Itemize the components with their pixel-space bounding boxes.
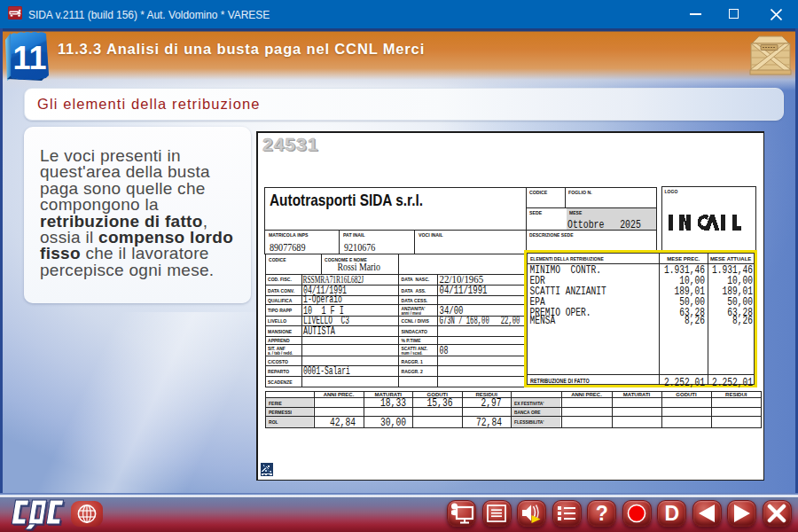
svg-text:ANZIANITA': ANZIANITA': [402, 305, 426, 310]
svg-text:2,97: 2,97: [481, 396, 502, 409]
svg-text:MESE: MESE: [569, 209, 583, 215]
svg-text:ROL: ROL: [269, 419, 278, 425]
svg-text:APPREND: APPREND: [268, 338, 290, 343]
svg-text:2.252,01: 2.252,01: [712, 376, 753, 388]
svg-text:C/COSTO: C/COSTO: [268, 358, 288, 364]
svg-text:ELEMENTI DELLA RETRIBUZIONE: ELEMENTI DELLA RETRIBUZIONE: [530, 255, 604, 261]
svg-text:PERMESSI: PERMESSI: [269, 409, 292, 414]
svg-text:11: 11: [12, 40, 46, 76]
svg-text:24531: 24531: [262, 134, 318, 154]
svg-text:72,84: 72,84: [476, 415, 502, 428]
svg-text:04/11/1991: 04/11/1991: [440, 285, 488, 297]
svg-text:MESE ATTUALE: MESE ATTUALE: [710, 256, 751, 262]
svg-text:FERIE: FERIE: [269, 400, 282, 405]
svg-text:8,26: 8,26: [685, 314, 705, 326]
svg-text:DATA NASC.: DATA NASC.: [402, 277, 430, 282]
svg-text:CODICE: CODICE: [529, 190, 547, 195]
svg-text:MESE PREC.: MESE PREC.: [667, 256, 700, 262]
svg-text:ANNI PREC.: ANNI PREC.: [571, 392, 602, 397]
svg-text:15,36: 15,36: [427, 395, 453, 409]
svg-text:REPARTO: REPARTO: [268, 369, 290, 374]
svg-text:Rossi Mario: Rossi Mario: [338, 260, 381, 271]
svg-text:a. / tab / redd.: a. / tab / redd.: [268, 351, 293, 356]
svg-text:ANNI PREC.: ANNI PREC.: [324, 392, 355, 397]
svg-text:PAT INAIL: PAT INAIL: [343, 232, 365, 238]
svg-text:SCATTI ANZ.: SCATTI ANZ.: [402, 345, 428, 350]
svg-text:42,84: 42,84: [330, 415, 356, 428]
svg-text:AUTISTA: AUTISTA: [303, 325, 336, 337]
svg-text:RETRIBUZIONE DI FATTO: RETRIBUZIONE DI FATTO: [530, 379, 590, 384]
svg-text:VOCI INAIL: VOCI INAIL: [419, 232, 443, 238]
svg-text:FLESSIBILITA': FLESSIBILITA': [514, 419, 544, 425]
svg-text:RAGGR. 2: RAGGR. 2: [402, 369, 423, 374]
svg-text:0001-Salari: 0001-Salari: [303, 366, 350, 378]
svg-text:MENSA: MENSA: [530, 314, 556, 326]
svg-text:TIPO RAPP: TIPO RAPP: [268, 308, 292, 313]
svg-text:08: 08: [440, 345, 449, 357]
svg-text:DATA ASS.: DATA ASS.: [402, 287, 426, 293]
svg-text:22/10/1965: 22/10/1965: [440, 274, 484, 285]
svg-text:G73N / 168,00 22,00: G73N / 168,00 22,00: [440, 316, 520, 327]
svg-text:MATRICOLA INPS: MATRICOLA INPS: [269, 232, 309, 238]
svg-text:Ottobre 2025: Ottobre 2025: [567, 217, 641, 231]
svg-text:% P.TIME: % P.TIME: [402, 338, 421, 343]
svg-text:DATA CONV.: DATA CONV.: [268, 287, 295, 293]
svg-text:9210676: 9210676: [344, 241, 376, 253]
svg-text:1-Operaio: 1-Operaio: [303, 293, 342, 305]
svg-text:MATURATI: MATURATI: [623, 392, 651, 397]
svg-text:RAGGR. 1: RAGGR. 1: [402, 358, 423, 364]
svg-text:EX FESTIVITA': EX FESTIVITA': [514, 400, 544, 405]
svg-text:FOGLIO N.: FOGLIO N.: [568, 190, 592, 195]
svg-text:SCADENZE: SCADENZE: [268, 379, 293, 385]
svg-text:BANCA ORE: BANCA ORE: [514, 409, 541, 414]
svg-text:MANSIONE: MANSIONE: [268, 328, 292, 333]
svg-text:SINDACATO: SINDACATO: [402, 328, 428, 333]
svg-text:DESCRIZIONE SEDE: DESCRIZIONE SEDE: [529, 231, 574, 237]
svg-text:SIT. ANF: SIT. ANF: [268, 345, 286, 350]
svg-text:30,00: 30,00: [380, 415, 406, 428]
svg-text:SEDE: SEDE: [529, 209, 542, 215]
svg-text:num / scad.: num / scad.: [402, 351, 423, 356]
svg-text:DATA CESS.: DATA CESS.: [402, 297, 428, 302]
svg-text:Autotrasporti SIDA s.r.l.: Autotrasporti SIDA s.r.l.: [270, 192, 423, 208]
svg-text:RESIDUI: RESIDUI: [725, 392, 747, 397]
svg-text:2.252,01: 2.252,01: [664, 376, 705, 388]
svg-text:18,33: 18,33: [380, 395, 406, 409]
svg-text:QUALIFICA: QUALIFICA: [268, 297, 292, 302]
svg-text:89077689: 89077689: [270, 241, 305, 253]
svg-text:anni / mesi: anni / mesi: [402, 311, 422, 316]
svg-text:LIVELLO: LIVELLO: [268, 318, 287, 324]
svg-text:RSSMRA71R16L682J: RSSMRA71R16L682J: [303, 273, 364, 285]
svg-text:COD. FISC.: COD. FISC.: [268, 277, 292, 282]
svg-text:CODICE: CODICE: [269, 256, 286, 262]
svg-text:LOGO: LOGO: [665, 188, 678, 193]
svg-text:CCNL / DIVIS: CCNL / DIVIS: [402, 318, 430, 324]
svg-text:8,26: 8,26: [732, 314, 753, 326]
svg-text:GODUTI: GODUTI: [676, 392, 697, 397]
